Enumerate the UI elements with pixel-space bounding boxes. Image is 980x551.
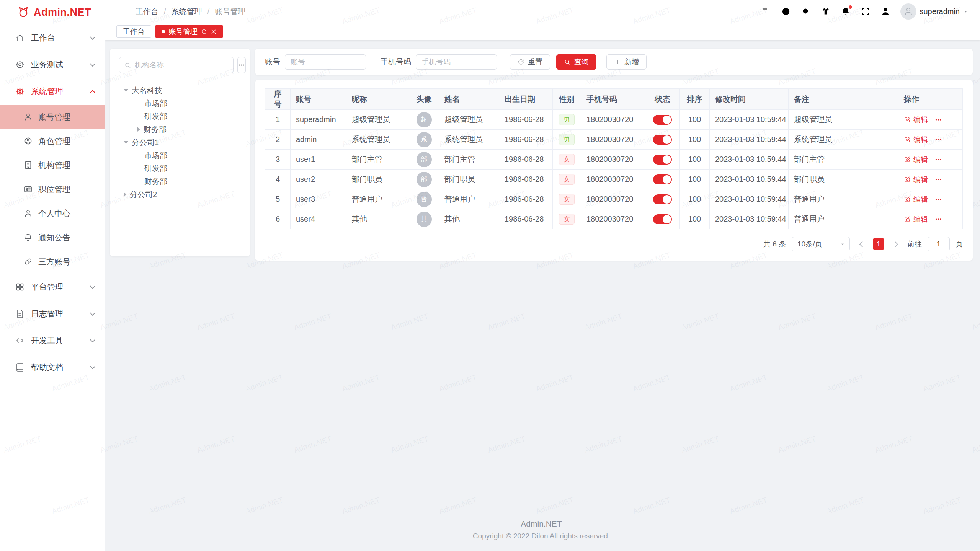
fullscreen-icon[interactable] xyxy=(861,7,871,16)
breadcrumb-item[interactable]: 工作台 xyxy=(136,7,158,17)
status-toggle[interactable] xyxy=(653,194,672,204)
edit-button[interactable]: 编辑 xyxy=(904,194,928,204)
refresh-tab-icon[interactable] xyxy=(201,29,207,35)
edit-icon xyxy=(904,176,911,183)
tree-node[interactable]: 市场部 xyxy=(119,149,241,162)
sidebar-item-log-mgmt[interactable]: 日志管理 xyxy=(0,300,105,327)
cell-sort: 100 xyxy=(680,209,710,229)
row-more-button[interactable] xyxy=(934,175,942,184)
tree-node[interactable]: 财务部 xyxy=(119,175,241,188)
col-nickname: 昵称 xyxy=(346,89,409,110)
status-toggle[interactable] xyxy=(653,214,672,224)
page-size-select[interactable]: 10条/页 xyxy=(792,237,850,251)
caret-right-icon[interactable] xyxy=(137,127,140,132)
row-more-button[interactable] xyxy=(934,215,942,223)
page-number-1[interactable]: 1 xyxy=(873,238,884,250)
tree-node[interactable]: 分公司1 xyxy=(119,136,241,149)
cell-index: 5 xyxy=(265,189,291,209)
cell-account: user2 xyxy=(291,170,346,189)
row-more-button[interactable] xyxy=(934,195,942,204)
cell-remark: 部门主管 xyxy=(789,150,898,170)
caret-right-icon[interactable] xyxy=(124,192,126,197)
tree-node-label: 研发部 xyxy=(144,111,167,122)
cell-phone: 18020030720 xyxy=(581,130,645,150)
cell-name: 部门主管 xyxy=(439,150,499,170)
cell-name: 超级管理员 xyxy=(439,110,499,130)
sidebar-item-personal-center[interactable]: 个人中心 xyxy=(0,201,105,225)
status-toggle[interactable] xyxy=(653,115,672,125)
sidebar-item-role-mgmt[interactable]: 角色管理 xyxy=(0,129,105,153)
cell-index: 1 xyxy=(265,110,291,130)
row-avatar: 部 xyxy=(416,172,432,187)
tab-account-mgmt[interactable]: 账号管理 xyxy=(155,25,223,38)
search-button[interactable]: 查询 xyxy=(556,54,596,70)
profile-icon[interactable] xyxy=(880,7,890,16)
close-tab-icon[interactable] xyxy=(211,29,217,35)
logo[interactable]: Admin.NET xyxy=(0,0,105,24)
hamburger-menu-icon[interactable] xyxy=(116,7,126,16)
edit-button[interactable]: 编辑 xyxy=(904,155,928,165)
status-toggle[interactable] xyxy=(653,155,672,165)
add-button[interactable]: 新增 xyxy=(606,54,647,70)
edit-button[interactable]: 编辑 xyxy=(904,115,928,125)
sidebar-item-notice[interactable]: 通知公告 xyxy=(0,225,105,249)
sidebar-item-label: 日志管理 xyxy=(31,308,63,319)
row-more-button[interactable] xyxy=(934,155,942,164)
search-icon[interactable] xyxy=(801,7,811,16)
sidebar-item-third-party-account[interactable]: 三方账号 xyxy=(0,249,105,274)
org-more-button[interactable] xyxy=(237,57,246,73)
edit-icon xyxy=(904,136,911,143)
sidebar-item-workbench[interactable]: 工作台 xyxy=(0,24,105,51)
sidebar-item-org-mgmt[interactable]: 机构管理 xyxy=(0,153,105,177)
table-row: 1 superadmin 超级管理员 超 超级管理员 1986-06-28 男 … xyxy=(265,110,963,130)
tree-node[interactable]: 大名科技 xyxy=(119,84,241,97)
tree-node-label: 大名科技 xyxy=(132,85,162,96)
col-actions: 操作 xyxy=(898,89,963,110)
sidebar-item-position-mgmt[interactable]: 职位管理 xyxy=(0,177,105,201)
org-search-box xyxy=(119,57,234,73)
goto-page-input[interactable] xyxy=(928,237,950,251)
breadcrumb-item[interactable]: 系统管理 xyxy=(172,7,202,17)
sidebar-item-system-mgmt[interactable]: 系统管理 xyxy=(0,78,105,105)
sidebar-item-label: 三方账号 xyxy=(38,256,70,267)
tree-node[interactable]: 财务部 xyxy=(119,123,241,136)
sidebar-item-account-mgmt[interactable]: 账号管理 xyxy=(0,105,105,129)
id-card-icon xyxy=(24,185,33,194)
caret-down-icon[interactable] xyxy=(124,89,128,92)
row-more-button[interactable] xyxy=(934,116,942,124)
tab-workbench[interactable]: 工作台 xyxy=(116,25,151,38)
account-filter-input[interactable] xyxy=(285,54,366,70)
breadcrumb: 工作台 系统管理 账号管理 xyxy=(136,7,245,17)
edit-button[interactable]: 编辑 xyxy=(904,214,928,224)
cell-modified-time: 2023-01-03 10:59:44 xyxy=(710,170,789,189)
reset-button[interactable]: 重置 xyxy=(510,54,550,70)
status-toggle[interactable] xyxy=(653,174,672,184)
row-more-button[interactable] xyxy=(934,135,942,144)
prev-page-button[interactable] xyxy=(856,238,867,250)
font-size-icon[interactable] xyxy=(761,7,771,16)
edit-button[interactable]: 编辑 xyxy=(904,135,928,145)
status-toggle[interactable] xyxy=(653,135,672,145)
cell-index: 4 xyxy=(265,170,291,189)
theme-icon[interactable] xyxy=(821,7,831,16)
tree-node[interactable]: 市场部 xyxy=(119,97,241,110)
sidebar-item-label: 开发工具 xyxy=(31,335,63,346)
org-search-input[interactable] xyxy=(135,61,229,69)
row-avatar: 部 xyxy=(416,152,432,167)
tree-node[interactable]: 研发部 xyxy=(119,162,241,175)
sidebar-item-help-docs[interactable]: 帮助文档 xyxy=(0,354,105,381)
tree-node[interactable]: 分公司2 xyxy=(119,188,241,201)
tree-node[interactable]: 研发部 xyxy=(119,110,241,123)
phone-filter-input[interactable] xyxy=(416,54,497,70)
user-dropdown[interactable]: superadmin xyxy=(900,3,969,20)
sidebar-item-platform-mgmt[interactable]: 平台管理 xyxy=(0,274,105,300)
next-page-button[interactable] xyxy=(890,238,902,250)
cell-modified-time: 2023-01-03 10:59:44 xyxy=(710,110,789,130)
sidebar-item-business-test[interactable]: 业务测试 xyxy=(0,51,105,78)
sidebar-item-label: 账号管理 xyxy=(38,112,70,122)
caret-down-icon[interactable] xyxy=(124,141,128,144)
edit-button[interactable]: 编辑 xyxy=(904,174,928,184)
sidebar-item-dev-tools[interactable]: 开发工具 xyxy=(0,327,105,354)
notification-bell[interactable] xyxy=(841,7,851,16)
language-icon[interactable] xyxy=(781,7,791,16)
